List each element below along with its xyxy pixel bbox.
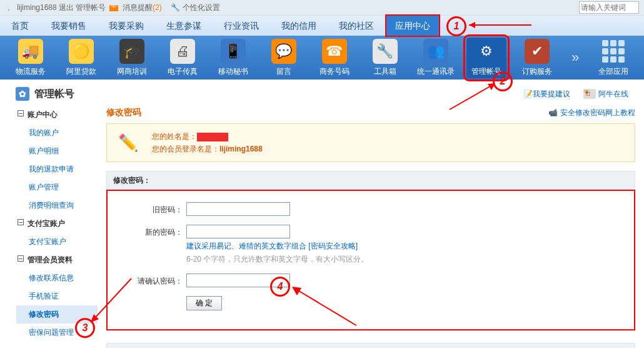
sidebar-acct-detail[interactable]: 账户明细 [16,142,98,160]
wrench-icon: 🔧 [171,3,180,12]
name-redacted [197,133,228,141]
input-new-pw[interactable] [186,225,290,238]
sidebar-acct-mgmt[interactable]: 账户管理 [16,178,98,197]
graduation-icon: 🎓 [119,39,144,64]
tool-mobile[interactable]: 📱移动秘书 [213,39,253,77]
section-friends: 商友加油站： [106,343,635,348]
top-msg[interactable]: 消息提醒 [123,3,153,12]
sidebar-contact[interactable]: 修改联系信息 [16,269,98,287]
nav-biz[interactable]: 生意参谋 [155,16,213,36]
info-panel: ✏️ 您的姓名是： 您的会员登录名是：lijiming1688 [106,123,635,162]
help-link[interactable]: 📹安全修改密码网上教程 [548,108,635,118]
input-old-pw[interactable] [186,202,290,216]
hint-link[interactable]: [密码安全攻略] [308,242,358,250]
greeting: ， [5,3,13,12]
content-area: 修改密码 📹安全修改密码网上教程 ✏️ 您的姓名是： 您的会员登录名是：liji… [106,106,635,348]
aniu-link[interactable]: 🐮阿牛在线 [583,90,628,98]
nav-home[interactable]: 首页 [0,16,40,36]
sidebar-change-pw[interactable]: 修改密码 [16,305,98,324]
tool-chevron[interactable]: » [568,49,583,66]
section-change-pw: 修改密码： [106,171,635,190]
nav-credit[interactable]: 我的信用 [270,16,328,36]
sidebar-my-acct[interactable]: 我的账户 [16,124,98,142]
content-title: 修改密码 [106,107,141,118]
phone-icon: ☎ [322,39,347,64]
tool-training[interactable]: 🎓网商培训 [112,39,152,77]
tool-all-apps[interactable]: 全部应用 [593,39,633,77]
chat-icon: 💬 [271,39,296,64]
msg-count: (2) [153,3,162,12]
gear-icon: ⚙ [474,39,499,64]
suggest-link[interactable]: 📝我要提建议 [523,90,570,98]
coin-icon: 🟡 [69,39,94,64]
nav-buy[interactable]: 我要采购 [98,16,155,36]
mobile-icon: 📱 [221,39,246,64]
sidebar-refund[interactable]: 我的退款申请 [16,160,98,178]
tool-contacts[interactable]: 👥统一通讯录 [416,39,456,77]
hint-rules: 6-20 个字符，只允许数字和英文字母，有大小写区分。 [186,254,368,265]
nav-appcenter[interactable]: 应用中心 [385,14,440,37]
contacts-icon: 👥 [423,39,448,64]
sidebar-security-q[interactable]: 密保问题管理 [16,324,98,342]
password-form: 旧密码： 新的密码： 建议采用易记、难猜的英文数字组合 [密码安全攻略] 6-2… [106,190,635,330]
page-heading: ✿ 管理帐号 [16,87,74,101]
pencil-icon: ✏️ [116,130,141,155]
camera-icon: 📹 [548,108,558,117]
sidebar-group-member[interactable]: 管理会员资料 [18,255,98,265]
nav-sell[interactable]: 我要销售 [40,16,98,36]
input-confirm-pw[interactable] [186,274,290,287]
grid-icon [601,39,626,64]
submit-button[interactable]: 确 定 [186,296,222,310]
sidebar: 账户中心 我的账户 账户明细 我的退款申请 账户管理 消费明细查询 支付宝账户 … [16,106,98,348]
toolbox-icon: 🔧 [373,39,398,64]
sidebar-consume[interactable]: 消费明细查询 [16,197,98,215]
sidebar-group-alipay[interactable]: 支付宝账户 [18,218,98,229]
truck-icon: 🚚 [18,39,43,64]
gear-box-icon: ✿ [16,87,29,101]
sidebar-group-account[interactable]: 账户中心 [18,110,98,120]
main-nav: 首页 我要销售 我要采购 生意参谋 行业资讯 我的信用 我的社区 应用中心 [0,16,644,36]
fax-icon: 🖨 [170,39,195,64]
sidebar-alipay[interactable]: 支付宝账户 [16,233,98,251]
top-manage[interactable]: 管理帐号 [76,3,106,12]
tool-message[interactable]: 💬留言 [264,39,304,77]
login-name: lijiming1688 [219,145,263,153]
tool-fax[interactable]: 🖨电子传真 [163,39,203,77]
tool-logistics[interactable]: 🚚物流服务 [11,39,51,77]
message-icon [109,5,118,11]
tool-loan[interactable]: 🟡阿里贷款 [61,39,101,77]
label-old-pw: 旧密码： [108,202,186,215]
sidebar-phone[interactable]: 手机验证 [16,287,98,305]
nav-industry[interactable]: 行业资讯 [213,16,270,36]
search-input[interactable] [579,1,639,14]
tool-toolbox[interactable]: 🔧工具箱 [365,39,405,77]
top-user[interactable]: lijiming1688 [17,3,56,12]
app-toolbar: 🚚物流服务 🟡阿里贷款 🎓网商培训 🖨电子传真 📱移动秘书 💬留言 ☎商务号码 … [0,36,644,79]
login-label: 您的会员登录名是： [152,145,219,153]
top-personalize[interactable]: 个性化设置 [183,3,220,12]
tool-biznum[interactable]: ☎商务号码 [314,39,355,77]
name-label: 您的姓名是： [152,132,197,141]
top-logout[interactable]: 退出 [59,3,74,12]
label-new-pw: 新的密码： [108,225,186,238]
check-icon: ✔ [525,39,550,64]
aniu-icon: 🐮 [583,89,596,99]
top-bar: ， lijiming1688 退出 管理帐号 消息提醒(2) 🔧个性化设置 [0,0,644,16]
label-confirm-pw: 请确认密码： [108,274,186,287]
nav-community[interactable]: 我的社区 [328,16,385,36]
hint-text: 建议采用易记、难猜的英文数字组合 [186,242,308,250]
tool-manage-account[interactable]: ⚙管理帐号 [466,38,506,78]
tool-order[interactable]: ✔订购服务 [517,39,557,77]
